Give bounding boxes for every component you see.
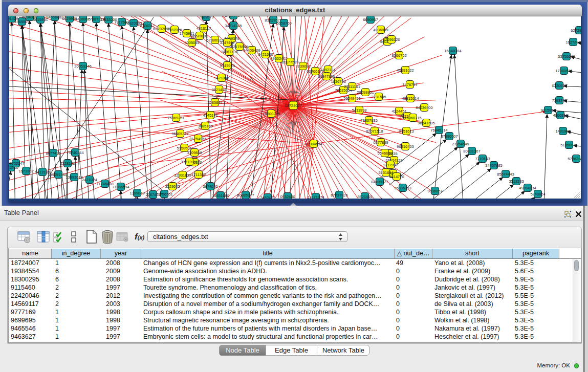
svg-text:16648784: 16648784 — [444, 49, 461, 53]
svg-text:3685160: 3685160 — [198, 124, 212, 128]
svg-text:96641605: 96641605 — [418, 121, 434, 125]
svg-text:9751613: 9751613 — [399, 129, 413, 134]
svg-text:3482477: 3482477 — [260, 195, 275, 199]
svg-text:34957885: 34957885 — [485, 163, 502, 168]
svg-text:0932480: 0932480 — [280, 194, 295, 199]
svg-text:75869261: 75869261 — [167, 116, 184, 120]
svg-text:20053346: 20053346 — [74, 64, 91, 69]
svg-text:37996507: 37996507 — [441, 134, 458, 139]
svg-text:7193745: 7193745 — [552, 98, 567, 103]
svg-text:1491905: 1491905 — [555, 129, 570, 134]
svg-text:4745171: 4745171 — [203, 113, 217, 118]
svg-text:4711382: 4711382 — [191, 172, 206, 177]
svg-text:53755646: 53755646 — [558, 54, 575, 59]
svg-text:1476797: 1476797 — [402, 82, 417, 87]
svg-text:79740344: 79740344 — [67, 150, 83, 155]
svg-text:15451680: 15451680 — [212, 193, 229, 198]
svg-text:8677496: 8677496 — [46, 151, 60, 156]
svg-text:3529042: 3529042 — [165, 184, 180, 189]
svg-text:8708317: 8708317 — [140, 24, 155, 28]
svg-text:45991022: 45991022 — [397, 68, 413, 73]
svg-text:71756551: 71756551 — [156, 192, 172, 196]
svg-text:5674680: 5674680 — [203, 184, 217, 189]
svg-text:13171274: 13171274 — [307, 195, 324, 199]
svg-text:71746488: 71746488 — [96, 182, 113, 186]
svg-text:19384554: 19384554 — [305, 142, 322, 146]
svg-text:96816453: 96816453 — [397, 144, 413, 149]
svg-text:74367136: 74367136 — [221, 50, 237, 54]
svg-text:5814770: 5814770 — [389, 174, 404, 179]
svg-text:60385977: 60385977 — [237, 193, 254, 198]
svg-text:7770143: 7770143 — [475, 157, 490, 161]
svg-text:0377889: 0377889 — [373, 140, 388, 145]
svg-text:17080531: 17080531 — [555, 69, 572, 73]
svg-text:76945314: 76945314 — [430, 128, 447, 133]
svg-text:1836736: 1836736 — [331, 79, 345, 84]
svg-text:4316117: 4316117 — [197, 26, 211, 31]
svg-text:7889579: 7889579 — [199, 16, 213, 19]
svg-text:3518233: 3518233 — [509, 179, 524, 184]
svg-text:5546659: 5546659 — [377, 151, 392, 156]
svg-text:3285884: 3285884 — [207, 100, 222, 105]
svg-text:9413186: 9413186 — [35, 170, 50, 174]
svg-text:57262849: 57262849 — [568, 157, 581, 161]
svg-text:1671902: 1671902 — [18, 169, 33, 173]
svg-text:16060715: 16060715 — [404, 116, 421, 120]
svg-text:69847896: 69847896 — [318, 74, 335, 79]
svg-text:9821465: 9821465 — [357, 194, 372, 199]
svg-text:67737826: 67737826 — [331, 193, 347, 198]
svg-text:5158506: 5158506 — [177, 146, 191, 150]
svg-text:04499727: 04499727 — [371, 180, 388, 184]
svg-text:2328120: 2328120 — [60, 161, 75, 166]
svg-text:71906594: 71906594 — [112, 185, 129, 189]
svg-text:9215958: 9215958 — [540, 108, 555, 113]
svg-text:5240824: 5240824 — [530, 192, 545, 196]
svg-text:0330923: 0330923 — [552, 83, 567, 88]
svg-text:49894134: 49894134 — [519, 186, 536, 190]
svg-text:28098851: 28098851 — [357, 90, 374, 95]
svg-text:1627204: 1627204 — [565, 40, 580, 45]
svg-text:4005045: 4005045 — [184, 40, 199, 45]
svg-text:1399049: 1399049 — [129, 191, 144, 195]
svg-text:13493618: 13493618 — [66, 175, 82, 180]
svg-text:80831367: 80831367 — [463, 149, 480, 154]
svg-text:31713900: 31713900 — [181, 160, 198, 164]
svg-text:18724007: 18724007 — [285, 103, 301, 108]
svg-text:9521456: 9521456 — [211, 87, 226, 92]
svg-text:34714345: 34714345 — [225, 24, 242, 28]
svg-text:99091334: 99091334 — [50, 172, 67, 177]
svg-text:8366752: 8366752 — [391, 53, 406, 58]
svg-text:9421047: 9421047 — [214, 76, 229, 80]
svg-text:81754965: 81754965 — [189, 137, 206, 141]
svg-text:96405377: 96405377 — [171, 132, 188, 136]
svg-text:87277434: 87277434 — [225, 16, 242, 18]
svg-text:51850671: 51850671 — [560, 143, 577, 147]
svg-text:1277997: 1277997 — [383, 163, 398, 167]
svg-text:27354549: 27354549 — [452, 142, 469, 146]
svg-text:2421024: 2421024 — [82, 178, 97, 182]
svg-text:5411998: 5411998 — [352, 108, 367, 113]
svg-text:02296120: 02296120 — [383, 37, 400, 42]
svg-text:5151864: 5151864 — [378, 170, 393, 175]
svg-text:32931839: 32931839 — [174, 173, 191, 178]
svg-text:4936899: 4936899 — [373, 28, 388, 32]
svg-text:86578091: 86578091 — [191, 34, 208, 38]
svg-text:6629946: 6629946 — [62, 16, 77, 21]
svg-text:9743953: 9743953 — [220, 63, 234, 68]
svg-text:56049451: 56049451 — [343, 96, 360, 101]
svg-text:7839084: 7839084 — [295, 64, 310, 69]
svg-text:62729806: 62729806 — [571, 28, 581, 33]
svg-text:84656482: 84656482 — [46, 16, 63, 19]
svg-text:85574443: 85574443 — [497, 172, 514, 177]
svg-text:43815614: 43815614 — [402, 96, 419, 101]
svg-text:6658760: 6658760 — [276, 21, 291, 26]
svg-text:2731585: 2731585 — [371, 95, 386, 99]
svg-text:9636057: 9636057 — [427, 189, 442, 193]
svg-text:27111161: 27111161 — [344, 84, 360, 89]
svg-text:77752047: 77752047 — [9, 161, 25, 166]
svg-text:79807935: 79807935 — [360, 118, 377, 123]
svg-text:18300295: 18300295 — [263, 112, 279, 116]
svg-text:84036900: 84036900 — [416, 105, 432, 110]
svg-text:3709859: 3709859 — [187, 150, 202, 155]
svg-text:5615951: 5615951 — [33, 17, 48, 22]
